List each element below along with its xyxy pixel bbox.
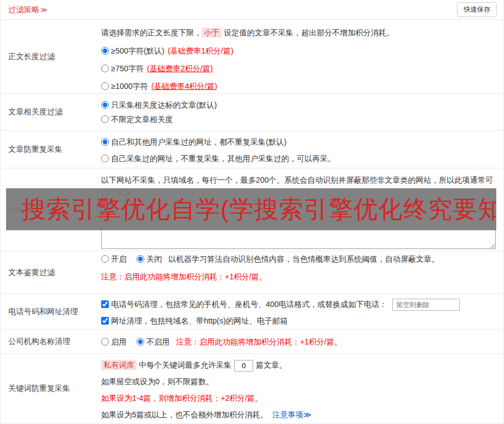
phone-cleanup-line: 电话号码清理，包括常见的手机号、座机号、400电话格式，或替换成如下电话： <box>101 299 496 311</box>
keyword-note-unlimited: 如果留空或设为0，则不限篇数。 <box>101 376 496 387</box>
panel-header: 过滤策略≫ 快速保存 <box>1 0 503 20</box>
notice-link[interactable]: 注意事项≫ <box>272 410 312 419</box>
url-cleanup-line: 网址清理，包括纯域名、带http(s)的网址、电子邮箱 <box>101 315 496 326</box>
company-cleanup-on-label: 启用 <box>111 337 127 346</box>
page-title[interactable]: 过滤策略≫ <box>8 5 48 15</box>
relevance-any-option[interactable]: 不限定文章相关度 <box>101 114 496 125</box>
row-content-porn-filter: 开启 关闭 以机器学习算法自动识别色情内容，当色情概率达到系统阈值，自动屏蔽文章… <box>95 251 503 294</box>
keyword-limit-suffix: 篇文章。 <box>256 361 287 369</box>
length-500-option[interactable]: ≥500字符(默认)(基础费率1积分/篇) <box>101 45 496 56</box>
row-content-phone-url: 电话号码清理，包括常见的手机号、座机号、400电话格式，或替换成如下电话： 网址… <box>95 294 503 329</box>
dedup-all-users-label: 自己和其他用户采集过的网址，都不重复采集(默认) <box>111 137 286 146</box>
row-dedup-collection: 文章防重复采集 自己和其他用户采集过的网址，都不重复采集(默认) 自己采集过的网… <box>1 131 503 168</box>
quick-save-button[interactable]: 快速保存 <box>457 2 497 17</box>
keyword-limit-line: 私有词库中每个关键词最多允许采集篇文章。 <box>101 359 496 372</box>
filter-strategy-panel: 过滤策略≫ 快速保存 正文长度过滤 请选择需求的正文长度下限，小于设定值的文章不… <box>0 0 504 424</box>
length-500-radio[interactable] <box>101 47 109 55</box>
length-500-rate-note: (基础费率1积分/篇) <box>167 46 233 55</box>
porn-filter-description: 以机器学习算法自动识别色情内容，当色情概率达到系统阈值，自动屏蔽文章。 <box>169 255 439 263</box>
length-1000-label: ≥1000字符 <box>111 82 148 91</box>
phone-cleanup-label: 电话号码清理，包括常见的手机号、座机号、400电话格式，或替换成如下电话： <box>111 300 387 309</box>
row-label-phone-url: 电话号码和网址清理 <box>1 294 95 329</box>
chevron-double-icon: ≫ <box>40 6 48 14</box>
porn-filter-options: 开启 关闭 以机器学习算法自动识别色情内容，当色情概率达到系统阈值，自动屏蔽文章… <box>101 253 496 264</box>
watermark-text: 搜索引擎优化自学(学搜索引擎优化终究要知 <box>22 193 496 226</box>
length-500-label: ≥500字符(默认) <box>111 46 164 55</box>
keyword-limit-input[interactable] <box>234 360 253 372</box>
row-porn-filter: 文本鉴黄过滤 开启 关闭 以机器学习算法自动识别色情内容，当色情概率达到系统阈值… <box>1 251 503 294</box>
porn-filter-on-label: 开启 <box>111 255 127 263</box>
page-title-text: 过滤策略 <box>8 5 39 14</box>
row-label-dedup: 文章防重复采集 <box>1 131 95 168</box>
length-750-radio[interactable] <box>101 65 109 72</box>
row-content-text-length: 请选择需求的正文长度下限，小于设定值的文章不采集，超出部分不增加积分消耗。 ≥5… <box>95 20 503 93</box>
relevance-any-label: 不限定文章相关度 <box>111 115 173 124</box>
row-content-company-cleanup: 启用 不启用 注意：启用此功能将增加积分消耗：+1积分/篇。 <box>95 330 503 353</box>
company-cleanup-off-option[interactable]: 不启用 <box>136 337 172 346</box>
length-1000-option[interactable]: ≥1000字符(基础费率4积分/篇) <box>101 81 496 92</box>
keyword-note-free-line: 如果设为5篇或以上，也不会额外增加积分消耗。注意事项≫ <box>101 409 496 420</box>
phone-cleanup-option[interactable]: 电话号码清理，包括常见的手机号、座机号、400电话格式，或替换成如下电话： <box>101 300 389 309</box>
relevance-strict-option[interactable]: 只采集相关度达标的文章(默认) <box>101 99 496 110</box>
keyword-limit-text: 中每个关键词最多允许采集 <box>139 361 232 369</box>
row-keyword-dedup: 关键词防重复采集 私有词库中每个关键词最多允许采集篇文章。 如果留空或设为0，则… <box>1 354 503 424</box>
phone-cleanup-checkbox[interactable] <box>101 300 109 308</box>
keyword-note-cost: 如果设为1-4篇，则增加积分消耗：+2积分/篇。 <box>101 393 496 404</box>
row-label-relevance: 文章相关度过滤 <box>1 94 95 130</box>
row-label-company-cleanup: 公司机构名称清理 <box>1 330 95 353</box>
porn-filter-off-option[interactable]: 关闭 <box>136 255 164 263</box>
length-750-label: ≥750字符 <box>111 64 144 73</box>
url-cleanup-checkbox[interactable] <box>101 317 109 325</box>
row-relevance-filter: 文章相关度过滤 只采集相关度达标的文章(默认) 不限定文章相关度 <box>1 94 503 131</box>
row-content-dedup: 自己和其他用户采集过的网址，都不重复采集(默认) 自己采集过的网址，不重复采集，… <box>95 131 503 168</box>
company-cleanup-off-radio[interactable] <box>136 338 144 346</box>
dedup-self-only-option[interactable]: 自己采集过的网址，不重复采集，其他用户采集过的，可以再采。 <box>101 153 496 164</box>
row-label-porn-filter: 文本鉴黄过滤 <box>1 251 95 294</box>
porn-filter-off-radio[interactable] <box>136 255 144 263</box>
company-cleanup-warning: 注意：启用此功能将增加积分消耗：+1积分/篇。 <box>176 337 342 346</box>
length-1000-radio[interactable] <box>101 82 109 90</box>
row-content-relevance: 只采集相关度达标的文章(默认) 不限定文章相关度 <box>95 94 503 130</box>
dedup-self-only-label: 自己采集过的网址，不重复采集，其他用户采集过的，可以再采。 <box>111 154 335 163</box>
relevance-any-radio[interactable] <box>101 115 109 123</box>
porn-filter-off-label: 关闭 <box>146 255 162 263</box>
private-lexicon-highlight: 私有词库 <box>101 360 136 370</box>
row-phone-url-cleanup: 电话号码和网址清理 电话号码清理，包括常见的手机号、座机号、400电话格式，或替… <box>1 294 503 330</box>
keyword-note-free-text: 如果设为5篇或以上，也不会额外增加积分消耗。 <box>101 410 268 419</box>
text-length-description: 请选择需求的正文长度下限，小于设定值的文章不采集，超出部分不增加积分消耗。 <box>101 25 496 39</box>
porn-filter-on-option[interactable]: 开启 <box>101 255 129 263</box>
desc-after: 设定值的文章不采集，超出部分不增加积分消耗。 <box>224 28 394 37</box>
company-cleanup-on-option[interactable]: 启用 <box>101 337 129 346</box>
desc-highlight-less-than: 小于 <box>202 28 222 38</box>
row-text-length-filter: 正文长度过滤 请选择需求的正文长度下限，小于设定值的文章不采集，超出部分不增加积… <box>1 20 503 94</box>
relevance-strict-radio[interactable] <box>101 101 109 109</box>
watermark-banner: 搜索引擎优化自学(学搜索引擎优化终究要知 <box>6 188 496 230</box>
company-cleanup-on-radio[interactable] <box>101 338 109 346</box>
length-750-rate-note: (基础费率2积分/篇) <box>147 64 213 73</box>
dedup-self-only-radio[interactable] <box>101 155 109 162</box>
porn-filter-on-radio[interactable] <box>101 255 109 263</box>
replacement-phone-input[interactable] <box>392 299 460 311</box>
dedup-all-users-option[interactable]: 自己和其他用户采集过的网址，都不重复采集(默认) <box>101 136 496 147</box>
row-content-keyword-dedup: 私有词库中每个关键词最多允许采集篇文章。 如果留空或设为0，则不限篇数。 如果设… <box>95 354 503 423</box>
company-cleanup-options: 启用 不启用 注意：启用此功能将增加积分消耗：+1积分/篇。 <box>101 336 496 347</box>
row-label-keyword-dedup: 关键词防重复采集 <box>1 354 95 423</box>
length-750-option[interactable]: ≥750字符(基础费率2积分/篇) <box>101 63 496 74</box>
porn-filter-warning: 注意：启用此功能将增加积分消耗：+1积分/篇。 <box>101 271 496 282</box>
desc-before: 请选择需求的正文长度下限， <box>101 28 202 37</box>
row-company-cleanup: 公司机构名称清理 启用 不启用 注意：启用此功能将增加积分消耗：+1积分/篇。 <box>1 330 503 354</box>
length-1000-rate-note: (基础费率4积分/篇) <box>151 82 217 91</box>
dedup-all-users-radio[interactable] <box>101 138 109 146</box>
relevance-strict-label: 只采集相关度达标的文章(默认) <box>111 100 217 109</box>
url-cleanup-label: 网址清理，包括纯域名、带http(s)的网址、电子邮箱 <box>111 316 288 325</box>
company-cleanup-off-label: 不启用 <box>146 337 170 346</box>
row-label-text-length: 正文长度过滤 <box>1 20 95 93</box>
url-cleanup-option[interactable]: 网址清理，包括纯域名、带http(s)的网址、电子邮箱 <box>101 316 288 325</box>
